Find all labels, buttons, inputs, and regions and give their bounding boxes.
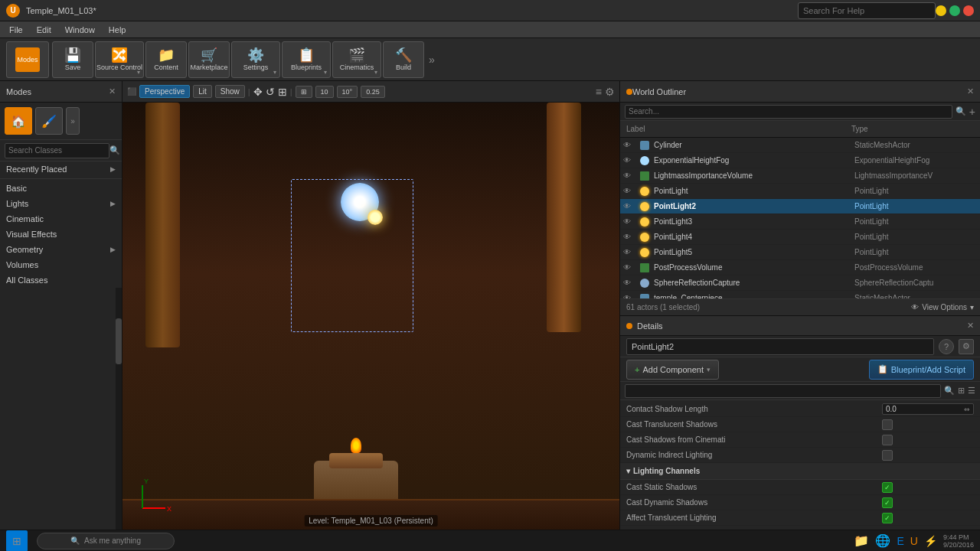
snap-value[interactable]: 10 bbox=[315, 86, 334, 98]
section-volumes[interactable]: Volumes bbox=[0, 257, 122, 272]
wo-row-pointlight4[interactable]: 👁 PointLight4 PointLight bbox=[620, 230, 980, 245]
eye-icon-2[interactable]: 👁 bbox=[623, 171, 635, 180]
wo-row-expfog[interactable]: 👁 ExponentialHeightFog ExponentialHeight… bbox=[620, 153, 980, 168]
eye-icon-4[interactable]: 👁 bbox=[623, 202, 635, 210]
wo-row-centerpiece[interactable]: 👁 temple_Centerpiece StaticMeshActor bbox=[620, 291, 980, 298]
perspective-btn[interactable]: Perspective bbox=[139, 85, 190, 98]
modes-panel: Modes ✕ 🏠 🖌️ » 🔍 Recently Placed ▶ Basic… bbox=[0, 81, 122, 530]
section-visual-effects[interactable]: Visual Effects bbox=[0, 227, 122, 242]
mode-expand[interactable]: » bbox=[66, 107, 80, 135]
eye-icon-8[interactable]: 👁 bbox=[623, 263, 635, 272]
taskbar-icon-epic[interactable]: E bbox=[897, 535, 903, 547]
eye-icon-5[interactable]: 👁 bbox=[623, 217, 635, 226]
wo-add-icon[interactable]: + bbox=[969, 106, 975, 118]
save-button[interactable]: 💾 Save bbox=[52, 41, 93, 78]
dp-checkbox-cinemati[interactable] bbox=[882, 435, 893, 445]
section-lights[interactable]: Lights ▶ bbox=[0, 196, 122, 211]
eye-icon-6[interactable]: 👁 bbox=[623, 233, 635, 241]
menu-edit[interactable]: Edit bbox=[31, 24, 57, 36]
rotate-icon[interactable]: ↺ bbox=[266, 86, 275, 98]
cinematics-button[interactable]: 🎬 Cinematics bbox=[332, 41, 381, 78]
taskbar-icon-motion[interactable]: ⚡ bbox=[924, 535, 937, 547]
dp-help-button[interactable]: ? bbox=[939, 339, 954, 354]
section-basic[interactable]: Basic bbox=[0, 181, 122, 196]
modes-close[interactable]: ✕ bbox=[109, 86, 116, 96]
wo-row-pointlight3[interactable]: 👁 PointLight3 PointLight bbox=[620, 214, 980, 230]
add-component-button[interactable]: + Add Component ▾ bbox=[626, 360, 719, 380]
scale-icon[interactable]: ⊞ bbox=[278, 86, 287, 98]
wo-row-pointlight2[interactable]: 👁 PointLight2 PointLight bbox=[620, 199, 980, 214]
marketplace-button[interactable]: 🛒 Marketplace bbox=[188, 41, 230, 78]
section-geometry[interactable]: Geometry ▶ bbox=[0, 242, 122, 257]
dp-checkbox-translucent-light[interactable] bbox=[882, 513, 893, 523]
wo-row-cylinder[interactable]: 👁 Cylinder StaticMeshActor bbox=[620, 138, 980, 153]
start-button[interactable]: ⊞ bbox=[6, 530, 28, 552]
angle-value[interactable]: 10° bbox=[337, 86, 358, 98]
lit-btn[interactable]: Lit bbox=[193, 85, 212, 98]
wo-row-sphere-cap[interactable]: 👁 SphereReflectionCapture SphereReflecti… bbox=[620, 276, 980, 291]
toolbar-expand[interactable]: » bbox=[426, 51, 438, 69]
wo-row-pointlight[interactable]: 👁 PointLight PointLight bbox=[620, 184, 980, 199]
source-control-button[interactable]: 🔀 Source Control bbox=[95, 41, 144, 78]
actor-type-6: PointLight bbox=[854, 233, 977, 241]
build-button[interactable]: 🔨 Build bbox=[383, 41, 424, 78]
wo-row-postprocess[interactable]: 👁 PostProcessVolume PostProcessVolume bbox=[620, 260, 980, 276]
blueprint-script-button[interactable]: 📋 Blueprint/Add Script bbox=[869, 360, 974, 380]
eye-icon-9[interactable]: 👁 bbox=[623, 279, 635, 287]
selection-box bbox=[291, 179, 413, 332]
modes-toggle[interactable]: Modes bbox=[6, 41, 49, 78]
wo-search-input[interactable] bbox=[625, 105, 952, 119]
dp-checkbox-dynamic[interactable] bbox=[882, 450, 893, 461]
content-button[interactable]: 📁 Content bbox=[145, 41, 187, 78]
dp-filter-icon[interactable]: ☰ bbox=[968, 386, 975, 396]
dp-close[interactable]: ✕ bbox=[967, 321, 974, 331]
dp-checkbox-translucent[interactable] bbox=[882, 419, 893, 430]
grid-toggle[interactable]: ⊞ bbox=[296, 86, 312, 98]
dp-search-input[interactable] bbox=[625, 384, 941, 398]
dp-section-lighting-channels[interactable]: ▾ Lighting Channels bbox=[620, 463, 980, 480]
translate-icon[interactable]: ✥ bbox=[253, 86, 263, 98]
viewport-canvas[interactable]: X Y Level: Temple_M01_L03 (Persistent) bbox=[122, 103, 619, 530]
section-cinematic[interactable]: Cinematic bbox=[0, 211, 122, 227]
wo-view-options[interactable]: 👁 View Options ▾ bbox=[911, 303, 974, 311]
section-all-classes[interactable]: All Classes bbox=[0, 272, 122, 288]
vp-menu-icon[interactable]: ≡ bbox=[596, 86, 602, 98]
taskbar-icon-chrome[interactable]: 🌐 bbox=[875, 533, 890, 548]
menu-file[interactable]: File bbox=[3, 24, 29, 36]
eye-icon-3[interactable]: 👁 bbox=[623, 187, 635, 195]
vp-settings-icon[interactable]: ⚙ bbox=[605, 86, 615, 98]
wo-row-pointlight5[interactable]: 👁 PointLight5 PointLight bbox=[620, 245, 980, 260]
wo-close[interactable]: ✕ bbox=[967, 86, 974, 96]
maximize-button[interactable] bbox=[949, 5, 960, 16]
blueprints-button[interactable]: 📋 Blueprints bbox=[282, 41, 331, 78]
search-classes-input[interactable] bbox=[5, 143, 109, 158]
left-scroll-thumb[interactable] bbox=[116, 318, 122, 364]
window-controls bbox=[798, 2, 936, 19]
close-button[interactable] bbox=[963, 5, 974, 16]
number-drag[interactable]: ⇔ bbox=[964, 406, 970, 413]
dp-checkbox-static[interactable] bbox=[882, 482, 893, 493]
settings-button[interactable]: ⚙️ Settings bbox=[231, 41, 280, 78]
menu-window[interactable]: Window bbox=[59, 24, 101, 36]
minimize-button[interactable] bbox=[936, 5, 946, 16]
dp-name-input[interactable] bbox=[626, 338, 934, 355]
dp-grid-icon[interactable]: ⊞ bbox=[958, 386, 965, 396]
mode-paint[interactable]: 🖌️ bbox=[35, 107, 63, 135]
mode-place[interactable]: 🏠 bbox=[5, 107, 32, 135]
dp-settings-button[interactable]: ⚙ bbox=[959, 339, 974, 354]
search-help-input[interactable] bbox=[798, 2, 936, 19]
eye-icon-0[interactable]: 👁 bbox=[623, 141, 635, 149]
taskbar-icon-ue4[interactable]: U bbox=[910, 535, 918, 547]
eye-icon-1[interactable]: 👁 bbox=[623, 156, 635, 165]
show-btn[interactable]: Show bbox=[215, 85, 245, 98]
menu-help[interactable]: Help bbox=[103, 24, 132, 36]
dp-checkbox-dynamic-shadow[interactable] bbox=[882, 497, 893, 508]
search-bar-taskbar[interactable]: 🔍 Ask me anything bbox=[37, 533, 175, 549]
wo-row-lightmass[interactable]: 👁 LightmassImportanceVolume LightmassImp… bbox=[620, 168, 980, 184]
taskbar-icon-file[interactable]: 📁 bbox=[854, 533, 869, 548]
dp-number-input[interactable]: 0.0 ⇔ bbox=[882, 403, 974, 415]
vp-nav-btn[interactable]: ⬛ bbox=[127, 87, 136, 96]
section-recently-placed[interactable]: Recently Placed ▶ bbox=[0, 161, 122, 177]
eye-icon-7[interactable]: 👁 bbox=[623, 248, 635, 256]
scale-value[interactable]: 0.25 bbox=[361, 86, 385, 98]
